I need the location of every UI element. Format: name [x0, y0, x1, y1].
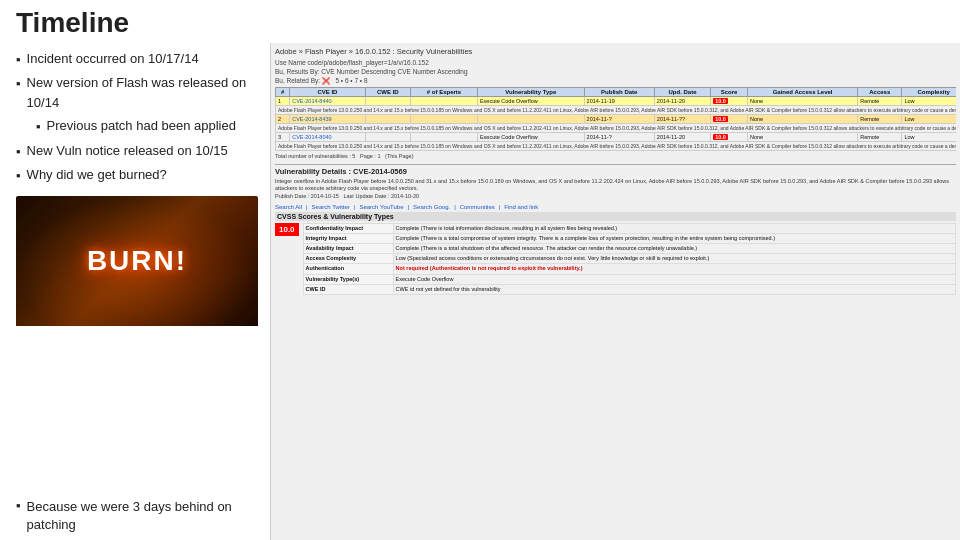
cvss-row: Access Complexity Low (Specialized acces… — [303, 254, 955, 264]
burn-image-area: BURN! — [16, 196, 258, 492]
burn-image: BURN! — [16, 196, 258, 326]
burn-label: BURN! — [87, 245, 187, 277]
days-behind-text: Because we were 3 days behind on patchin… — [27, 498, 258, 534]
breadcrumb-text: Adobe » Flash Player » 16.0.0.152 : Secu… — [275, 47, 472, 56]
twitter-link[interactable]: Search Twitter — [312, 204, 350, 210]
patch-find-link[interactable]: Find and link — [504, 204, 538, 210]
bullet-why-burned: Why did we get burned? — [16, 165, 258, 186]
divider-1 — [275, 164, 956, 165]
bottom-bullet: Because we were 3 days behind on patchin… — [16, 498, 258, 534]
cvss-row: Vulnerability Type(s) Execute Code Overf… — [303, 274, 955, 284]
vuln-table: # CVE ID CWE ID # of Experts Vulnerabili… — [275, 87, 956, 151]
cvss-row: Confidentiality Impact Complete (There i… — [303, 223, 955, 233]
search-bar[interactable]: Search All | Search Twitter | Search You… — [275, 204, 956, 210]
table-row: 2 CVE-2014-8439 2014-11-? 2014-11-?? 10.… — [276, 115, 957, 124]
cvss-row: Integrity Impact Complete (There is a to… — [303, 233, 955, 243]
meta-info: Use Name code/p/adobe/flash_player=1/a/v… — [275, 58, 956, 85]
table-row: 3 CVE-2014-8040 Execute Code Overflow 20… — [276, 133, 957, 142]
main-content: Incident occurred on 10/17/14 New versio… — [0, 43, 960, 540]
right-panel: Adobe » Flash Player » 16.0.0.152 : Secu… — [270, 43, 960, 540]
vuln-detail-text: Integer overflow in Adobe Flash Player b… — [275, 178, 956, 201]
cvss-row: Authentication Not required (Authenticat… — [303, 264, 955, 274]
bullet-flash: New version of Flash was released on 10/… — [16, 73, 258, 112]
google-link[interactable]: Search Goog. — [413, 204, 450, 210]
cvss-row: CWE ID CWE id not yet defined for this v… — [303, 284, 955, 294]
page-header: Timeline — [0, 0, 960, 43]
cvss-table: Confidentiality Impact Complete (There i… — [303, 223, 956, 295]
youtube-link[interactable]: Search YouTube — [359, 204, 403, 210]
table-row: 1 CVE-2014-8440 Execute Code Overflow 20… — [276, 97, 957, 106]
bullet-vuln-notice: New Vuln notice released on 10/15 — [16, 141, 258, 162]
communities-link[interactable]: Communities — [460, 204, 495, 210]
page-title: Timeline — [16, 8, 944, 39]
total-vuln-count: Total number of vulnerabilities : 5 Page… — [275, 153, 956, 161]
bullet-list: Incident occurred on 10/17/14 New versio… — [16, 49, 258, 190]
table-row: Adobe Flash Player before 13.0.0.250 and… — [276, 124, 957, 133]
vuln-details-title: Vulnerability Details : CVE-2014-0569 — [275, 167, 956, 176]
cvss-score-badge: 10.0 — [275, 223, 299, 236]
breadcrumb: Adobe » Flash Player » 16.0.0.152 : Secu… — [275, 47, 956, 56]
search-all-link[interactable]: Search All — [275, 204, 302, 210]
table-row: Adobe Flash Player before 13.0.0.250 and… — [276, 106, 957, 115]
table-row: Adobe Flash Player before 13.0.0.250 and… — [276, 142, 957, 151]
browser-content: Adobe » Flash Player » 16.0.0.152 : Secu… — [275, 47, 956, 536]
bullet-incident: Incident occurred on 10/17/14 — [16, 49, 258, 70]
bullet-previous-patch: Previous patch had been applied — [36, 116, 258, 137]
left-panel: Incident occurred on 10/17/14 New versio… — [0, 43, 270, 540]
cvss-row: Availability Impact Complete (There is a… — [303, 244, 955, 254]
cvss-title: CVSS Scores & Vulnerability Types — [275, 212, 956, 221]
